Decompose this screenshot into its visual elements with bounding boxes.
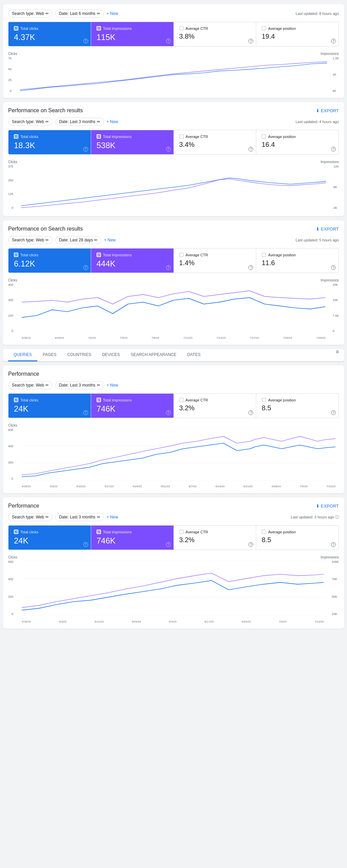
- checkbox-clicks-5: ✓: [14, 530, 18, 534]
- info-icon-clicks-5[interactable]: ?: [83, 542, 88, 547]
- chart-5: Clicks Impressions 6004002000 100K75K50K…: [8, 555, 339, 623]
- metric-total-clicks-4[interactable]: ✓ Total clicks 24K ?: [8, 394, 91, 418]
- search-type-filter-1[interactable]: Search type: Web ✏: [8, 9, 53, 18]
- date-filter-4[interactable]: Date: Last 3 months ✏: [55, 381, 104, 389]
- metric-total-impressions-3[interactable]: ✓ Total impressions 444K ?: [91, 249, 174, 273]
- add-filter-3[interactable]: + New: [104, 238, 116, 242]
- date-filter-3[interactable]: Date: Last 28 days ✏: [55, 236, 101, 244]
- info-icon-impressions-1[interactable]: ?: [166, 39, 171, 43]
- info-icon-position-3[interactable]: ?: [331, 265, 336, 270]
- add-filter-1[interactable]: + New: [107, 11, 118, 16]
- tab-pages[interactable]: PAGES: [37, 349, 62, 361]
- plus-icon-3: +: [104, 238, 106, 242]
- add-filter-2[interactable]: + New: [107, 119, 118, 124]
- metric-avg-ctr-2[interactable]: Average CTR 3.4% ?: [174, 130, 257, 154]
- info-icon-position-5[interactable]: ?: [331, 542, 336, 547]
- chart-svg-4: [22, 428, 335, 480]
- metric-avg-position-3[interactable]: Average position 11.6 ?: [256, 249, 339, 273]
- tab-dates[interactable]: DATES: [182, 349, 206, 361]
- metric-avg-ctr-5[interactable]: Average CTR 3.2% ?: [174, 526, 257, 550]
- metric-value-impressions-3: 444K: [97, 259, 168, 269]
- info-icon-position-4[interactable]: ?: [331, 410, 336, 415]
- add-filter-label-4: New: [110, 383, 118, 388]
- metric-total-clicks-1[interactable]: ✓ Total clicks 4.37K ?: [8, 22, 91, 46]
- metric-avg-position-4[interactable]: Average position 8.5 ?: [256, 394, 339, 418]
- chart-4: Clicks 6004002000 4/29/235/3/235/10/235/…: [8, 423, 339, 488]
- search-type-filter-2[interactable]: Search type: Web ✏: [8, 118, 53, 126]
- info-icon-clicks-1[interactable]: ?: [83, 39, 88, 43]
- info-icon-ctr-3[interactable]: ?: [248, 265, 253, 270]
- tab-search-appearance[interactable]: SEARCH APPEARANCE: [125, 349, 182, 361]
- section-header-3: Performance on Search results ⬇ EXPORT: [8, 226, 339, 232]
- metric-total-impressions-1[interactable]: ✓ Total impressions 115K ?: [91, 22, 174, 46]
- chart-svg-5: [22, 560, 324, 616]
- date-label-5: Date: Last 3 months: [59, 515, 95, 519]
- metric-label-clicks-2: Total clicks: [20, 135, 38, 139]
- info-icon-ctr-5[interactable]: ?: [248, 542, 253, 547]
- chart-3: Clicks Impressions 4503001500 20K15K7.5K…: [8, 278, 339, 339]
- metric-label-ctr-2: Average CTR: [186, 135, 208, 139]
- search-type-filter-5[interactable]: Search type: Web ✏: [8, 513, 53, 521]
- tabs-section: QUERIES PAGES COUNTRIES DEVICES SEARCH A…: [3, 349, 344, 361]
- section-header-5: Performance ⬇ EXPORT: [8, 503, 339, 509]
- info-icon-clicks-2[interactable]: ?: [83, 147, 88, 152]
- metric-avg-ctr-4[interactable]: Average CTR 3.2% ?: [174, 394, 257, 418]
- search-type-filter-3[interactable]: Search type: Web ✏: [8, 236, 53, 244]
- date-filter-5[interactable]: Date: Last 3 months ✏: [55, 513, 104, 521]
- metric-label-clicks-5: Total clicks: [20, 530, 38, 534]
- metric-avg-position-2[interactable]: Average position 16.4 ?: [256, 130, 339, 154]
- info-icon-position-2[interactable]: ?: [331, 147, 336, 152]
- date-filter-2[interactable]: Date: Last 3 months ✏: [55, 118, 104, 126]
- section-header-2: Performance on Search results ⬇ EXPORT: [8, 107, 339, 114]
- metric-total-clicks-2[interactable]: ✓ Total clicks 18.3K ?: [8, 130, 91, 154]
- info-icon-ctr-4[interactable]: ?: [248, 410, 253, 415]
- checkbox-ctr-3: [179, 253, 184, 257]
- tab-queries[interactable]: QUERIES: [8, 349, 37, 361]
- checkbox-clicks-2: ✓: [14, 134, 18, 139]
- info-icon-clicks-3[interactable]: ?: [83, 265, 88, 270]
- metric-total-impressions-5[interactable]: ✓ Total impressions 746K ?: [91, 526, 174, 550]
- metric-total-clicks-3[interactable]: ✓ Total clicks 6.12K ?: [8, 249, 91, 273]
- metric-avg-ctr-1[interactable]: Average CTR 3.8% ?: [174, 22, 257, 46]
- date-filter-1[interactable]: Date: Last 6 months ✏: [55, 9, 104, 18]
- metric-avg-position-1[interactable]: Average position 19.4 ?: [256, 22, 339, 46]
- info-icon-ctr-1[interactable]: ?: [248, 39, 253, 43]
- plus-icon-4: +: [107, 383, 109, 388]
- tab-devices[interactable]: DEVICES: [97, 349, 125, 361]
- metric-value-impressions-4: 746K: [97, 404, 168, 414]
- export-button-2[interactable]: ⬇ EXPORT: [316, 108, 339, 113]
- add-filter-4[interactable]: + New: [107, 383, 118, 388]
- date-label-4: Date: Last 3 months: [59, 383, 95, 388]
- metric-value-clicks-1: 4.37K: [14, 33, 85, 42]
- checkbox-clicks-4: ✓: [14, 398, 18, 402]
- export-button-3[interactable]: ⬇ EXPORT: [316, 226, 339, 232]
- metric-value-clicks-4: 24K: [14, 404, 85, 414]
- checkbox-position-5: [262, 530, 266, 534]
- metric-value-impressions-1: 115K: [97, 33, 168, 42]
- filter-bar-3: Search type: Web ✏ Date: Last 28 days ✏ …: [8, 236, 339, 244]
- info-icon-impressions-2[interactable]: ?: [166, 147, 171, 152]
- tab-countries[interactable]: COUNTRIES: [62, 349, 97, 361]
- info-icon-impressions-3[interactable]: ?: [166, 265, 171, 270]
- search-type-label-5: Search type: Web: [12, 515, 44, 519]
- info-icon-impressions-4[interactable]: ?: [166, 410, 171, 415]
- add-filter-label-5: New: [110, 515, 118, 519]
- pencil-icon-9: ✏: [45, 515, 49, 519]
- search-type-filter-4[interactable]: Search type: Web ✏: [8, 381, 53, 389]
- metric-total-impressions-2[interactable]: ✓ Total impressions 538K ?: [91, 130, 174, 154]
- metric-avg-position-5[interactable]: Average position 8.5 ?: [256, 526, 339, 550]
- export-button-5[interactable]: ⬇ EXPORT: [316, 504, 339, 509]
- info-icon-ctr-2[interactable]: ?: [248, 147, 253, 152]
- info-icon-clicks-4[interactable]: ?: [83, 410, 88, 415]
- info-icon-impressions-5[interactable]: ?: [166, 542, 171, 547]
- info-icon-position-1[interactable]: ?: [331, 39, 336, 43]
- metric-total-impressions-4[interactable]: ✓ Total impressions 746K ?: [91, 394, 174, 418]
- metric-total-clicks-5[interactable]: ✓ Total clicks 24K ?: [8, 526, 91, 550]
- menu-icon[interactable]: ≡: [336, 349, 339, 361]
- add-filter-label-2: New: [110, 119, 118, 124]
- metric-label-impressions-2: Total impressions: [103, 135, 132, 139]
- metric-label-position-3: Average position: [268, 253, 296, 257]
- add-filter-5[interactable]: + New: [107, 515, 118, 519]
- metric-avg-ctr-3[interactable]: Average CTR 1.4% ?: [174, 249, 257, 273]
- checkbox-impressions-1: ✓: [97, 26, 101, 31]
